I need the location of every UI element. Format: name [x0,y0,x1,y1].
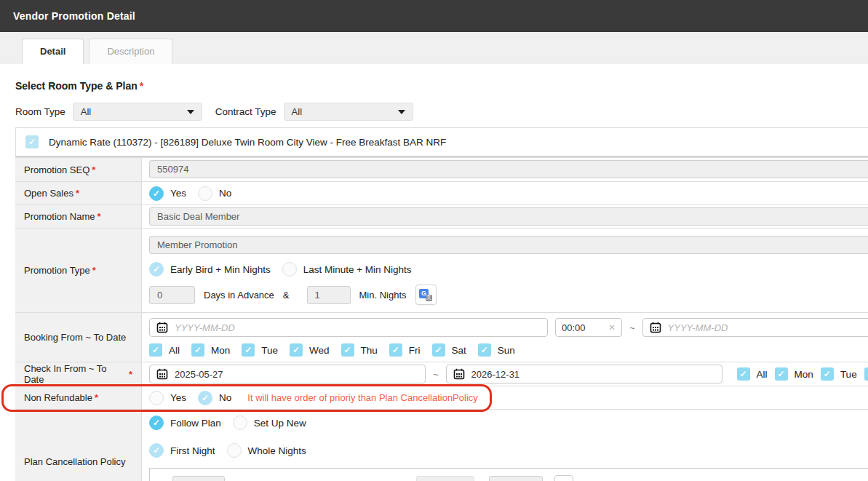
checkbox-checked-icon [341,343,354,357]
follow-plan-radio[interactable]: Follow Plan [149,416,221,430]
translate-icon: G文 [419,289,432,301]
checkin-from-value: 2025-05-27 [175,369,223,380]
set-up-new-radio[interactable]: Set Up New [233,416,306,430]
checkbox-checked-icon [737,367,750,381]
booking-day-mon[interactable]: Mon [191,343,230,357]
checkin-to-value: 2026-12-31 [471,369,520,380]
days-in-advance-label: Days in Advance [204,290,274,301]
non-refundable-label: Non Refundable* [15,386,142,409]
promotion-name-input[interactable] [149,207,868,226]
clear-icon[interactable] [608,322,616,333]
row-booking-range: Booking From ~ To Date YYYY-M [15,313,868,362]
window-header: Vendor Promotion Detail [0,0,868,32]
checkbox-checked-icon [149,343,162,357]
open-sales-yes-radio[interactable]: Yes [149,186,186,201]
vendor-promotion-detail-page: Vendor Promotion Detail Detail Descripti… [0,0,868,481]
date-placeholder: YYYY-MM-DD [175,322,235,333]
open-sales-label: Open Sales* [15,182,142,204]
checkbox-checked-icon [864,367,868,381]
min-nights-label: Min. Nights [359,290,407,301]
cancellation-charge-box: Days Before Check In Charge Rate + [149,468,868,481]
booking-range-label: Booking From ~ To Date [15,313,142,362]
booking-time-input[interactable]: 00:00 [555,318,622,337]
booking-day-tue[interactable]: Tue [242,343,278,357]
checkbox-checked-icon [389,343,402,357]
plan-cancellation-label: Plan Cancellation Policy [15,410,142,481]
checkin-day-mon[interactable]: Mon [775,367,813,381]
add-charge-row-button[interactable]: + [554,475,573,481]
checkbox-checked-icon [290,343,303,357]
booking-day-all[interactable]: All [149,343,180,357]
section-heading: Select Room Type & Plan* [15,80,868,92]
row-promotion-seq: Promotion SEQ* [15,158,868,182]
early-bird-radio[interactable]: Early Bird + Min Nights [149,262,271,277]
booking-from-date-input[interactable]: YYYY-MM-DD [149,318,548,337]
checkbox-checked-icon [821,367,834,381]
form-content: Select Room Type & Plan* Room Type All C… [0,64,868,481]
checkin-day-all[interactable]: All [737,367,768,381]
promotion-seq-input[interactable] [149,160,868,178]
radio-checked-icon [149,186,164,201]
dropdown-arrow-icon [398,110,405,114]
booking-day-sun[interactable]: Sun [478,343,515,357]
row-plan-cancellation: Plan Cancellation Policy Follow Plan Set… [15,410,868,481]
range-separator: ~ [433,369,439,380]
non-refundable-no-radio[interactable]: No [198,391,231,405]
plan-label: Dynamic Rate (110372) - [826189] Deluxe … [49,137,446,148]
row-checkin-range: Check In From ~ To Date* 2025-05-27 ~ [15,362,868,386]
tab-detail[interactable]: Detail [22,39,84,64]
checkbox-checked-icon [191,343,204,357]
booking-to-date-input[interactable]: YYYY-MM-DD [642,318,868,337]
booking-day-wed[interactable]: Wed [290,343,330,357]
last-minute-radio[interactable]: Last Minute + Min Nights [282,262,412,277]
room-type-label: Room Type [15,106,65,117]
checkin-from-date-input[interactable]: 2025-05-27 [149,365,426,383]
checkin-to-date-input[interactable]: 2026-12-31 [446,365,722,383]
tab-description[interactable]: Description [89,39,172,64]
page-title: Vendor Promotion Detail [13,10,135,22]
days-before-checkin-input[interactable] [172,476,225,481]
plan-selection-row: Dynamic Rate (110372) - [826189] Deluxe … [15,127,868,157]
calendar-icon [650,322,661,333]
charge-value-input[interactable] [489,476,543,481]
first-night-radio[interactable]: First Night [149,443,215,458]
radio-unchecked-icon [282,262,297,277]
checkbox-checked-icon [775,367,788,381]
row-open-sales: Open Sales* Yes No [15,182,868,205]
contract-type-label: Contract Type [215,106,276,117]
contract-type-select[interactable]: All [284,103,413,121]
booking-day-sat[interactable]: Sat [432,343,466,357]
booking-days-group: All Mon Tue Wed Thu Fri Sat Sun [149,343,868,357]
priority-note: It will have order of prioriy than Plan … [247,392,478,403]
required-mark: * [140,80,143,92]
checkbox-checked-icon [478,343,491,357]
ampersand-label: & [283,290,290,301]
row-non-refundable: Non Refundable* Yes No It will have orde… [15,386,868,410]
whole-nights-radio[interactable]: Whole Nights [227,443,306,458]
range-separator: ~ [629,322,635,333]
radio-unchecked-icon [227,443,242,458]
promotion-type-name-input[interactable] [149,236,868,254]
booking-day-thu[interactable]: Thu [341,343,378,357]
plan-checkbox[interactable] [25,135,39,148]
calendar-icon [453,368,465,380]
min-nights-input[interactable] [307,286,351,304]
radio-checked-icon [149,416,164,430]
checkin-day-cutoff[interactable] [864,367,868,381]
radio-unchecked-icon [233,416,247,430]
checkin-day-tue[interactable]: Tue [821,367,857,381]
room-type-select[interactable]: All [73,103,202,121]
checkin-range-label: Check In From ~ To Date* [15,362,142,386]
translate-button[interactable]: G文 [415,285,437,305]
booking-day-fri[interactable]: Fri [389,343,421,357]
days-in-advance-input[interactable] [149,286,195,304]
plus-icon: + [561,479,568,481]
promotion-form-table: Promotion SEQ* Open Sales* Yes [15,157,868,481]
dropdown-arrow-icon [187,110,194,114]
tab-bar: Detail Description [0,32,868,64]
open-sales-no-radio[interactable]: No [198,186,231,201]
charge-type-select[interactable]: Rate [416,476,474,481]
checkbox-checked-icon [432,343,445,357]
calendar-icon [156,368,168,380]
non-refundable-yes-radio[interactable]: Yes [149,391,186,405]
